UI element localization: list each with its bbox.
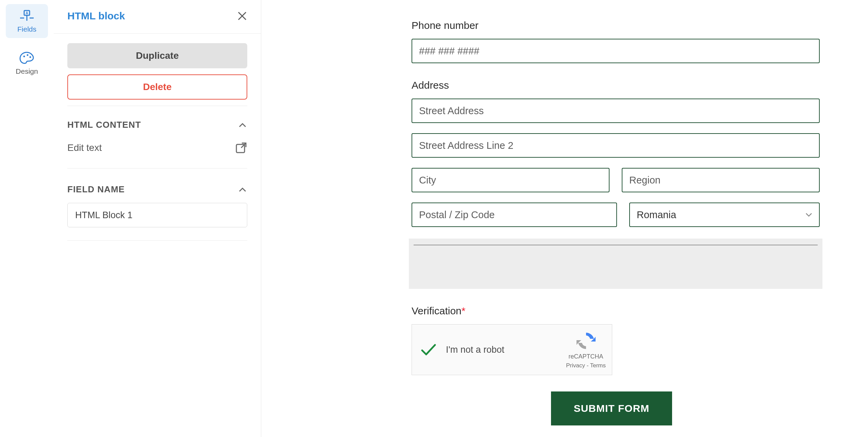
svg-text:A: A — [26, 11, 28, 15]
rail-label: Fields — [17, 25, 36, 33]
verification-label: Verification* — [412, 305, 820, 317]
open-external-icon — [235, 142, 247, 154]
html-block-selected[interactable] — [409, 239, 822, 289]
section-label: FIELD NAME — [67, 184, 125, 195]
svg-line-11 — [241, 143, 246, 148]
close-icon[interactable] — [237, 11, 247, 21]
city-input[interactable] — [412, 168, 610, 192]
check-icon — [420, 342, 437, 357]
captcha-text: I'm not a robot — [446, 345, 504, 355]
required-asterisk: * — [462, 305, 466, 316]
street1-input[interactable] — [412, 99, 820, 123]
field-name-input[interactable] — [67, 203, 247, 227]
chevron-up-icon — [238, 185, 247, 194]
rail-tab-design[interactable]: Design — [6, 46, 48, 80]
verification-text: Verification — [412, 305, 462, 316]
section-html-content[interactable]: HTML CONTENT — [67, 106, 247, 138]
svg-point-6 — [27, 54, 29, 56]
recaptcha-name: reCAPTCHA — [566, 353, 606, 360]
panel-header: HTML block — [54, 0, 261, 34]
recaptcha-widget[interactable]: I'm not a robot reCAPTCHA Privacy - Term… — [412, 324, 612, 375]
properties-panel: HTML block Duplicate Delete HTML CONTENT… — [54, 0, 261, 437]
palette-icon — [19, 51, 35, 65]
postal-input[interactable] — [412, 203, 617, 227]
recaptcha-brand: reCAPTCHA Privacy - Terms — [566, 331, 606, 369]
recaptcha-links[interactable]: Privacy - Terms — [566, 362, 606, 369]
country-select[interactable] — [629, 203, 820, 227]
svg-point-5 — [23, 56, 25, 57]
edit-text-row[interactable]: Edit text — [67, 138, 247, 169]
submit-button[interactable]: SUBMIT FORM — [551, 391, 672, 425]
section-field-name[interactable]: FIELD NAME — [67, 169, 247, 203]
delete-button[interactable]: Delete — [67, 74, 247, 100]
left-rail: A Fields Design — [0, 0, 54, 437]
rail-tab-fields[interactable]: A Fields — [6, 4, 48, 38]
street2-input[interactable] — [412, 133, 820, 158]
section-label: HTML CONTENT — [67, 120, 141, 130]
chevron-up-icon — [238, 120, 247, 130]
form-canvas: Phone number Address — [261, 0, 868, 437]
phone-input[interactable] — [412, 39, 820, 63]
duplicate-button[interactable]: Duplicate — [67, 43, 247, 68]
recaptcha-icon — [574, 331, 598, 351]
svg-point-7 — [30, 56, 31, 58]
edit-text-label: Edit text — [67, 142, 102, 153]
phone-label: Phone number — [412, 20, 820, 31]
address-label: Address — [412, 80, 820, 91]
fields-icon: A — [19, 9, 35, 22]
panel-title: HTML block — [67, 10, 125, 22]
country-value[interactable] — [629, 203, 820, 227]
region-input[interactable] — [622, 168, 820, 192]
rail-label: Design — [16, 67, 38, 75]
